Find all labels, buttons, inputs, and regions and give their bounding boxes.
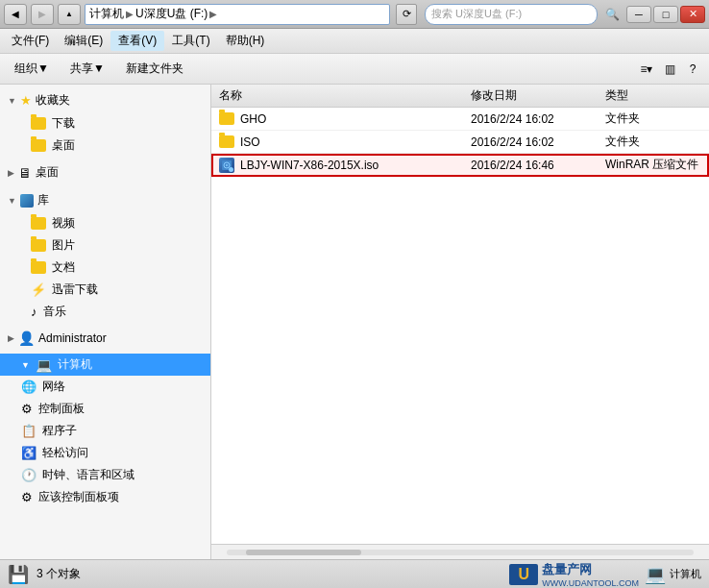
address-path: 计算机 ▶ U深度U盘 (F:) ▶ [89,6,217,22]
folder-icon [31,239,46,252]
menu-file[interactable]: 文件(F) [4,31,57,51]
sidebar-admin-header[interactable]: ▶ 👤 Administrator [0,327,210,350]
search-bar[interactable]: 搜索 U深度U盘 (F:) [425,4,598,25]
sidebar-item-pictures[interactable]: 图片 [0,234,210,257]
easyaccess-icon: ♿ [21,446,37,460]
xunlei-icon: ⚡ [31,282,46,297]
horizontal-scrollbar[interactable] [211,544,709,559]
folder-icon [31,217,46,230]
sidebar-admin-label: Administrator [38,331,107,345]
sidebar-desktop-header[interactable]: ▶ 🖥 桌面 [0,160,210,184]
sidebar-item-computer[interactable]: ▼ 💻 计算机 [0,354,210,376]
address-bar[interactable]: 计算机 ▶ U深度U盘 (F:) ▶ [85,4,390,25]
sidebar-favorites-header[interactable]: ▼ ★ 收藏夹 [0,88,210,112]
favorites-arrow-icon: ▼ [8,96,16,106]
brand-logo: U 盘量产网 WWW.UDANTOOL.COM [509,561,639,588]
sidebar-item-network[interactable]: 🌐 网络 [0,376,210,398]
brand-u-letter: U [509,564,538,585]
file-type-gho: 文件夹 [605,110,701,127]
forward-button[interactable]: ▶ [31,4,54,25]
share-button[interactable]: 共享▼ [61,57,113,81]
sidebar-docs-label: 文档 [52,259,75,276]
help-icon-button[interactable]: ? [682,59,703,80]
library-arrow-icon: ▼ [8,196,16,206]
file-name-lbjy: LBJY-WIN7-X86-2015X.iso [219,158,471,173]
sidebar-network-label: 网络 [42,379,65,395]
computer-label: 计算机 [670,567,701,581]
usb-drive-icon: 💾 [8,564,29,585]
table-row[interactable]: GHO 2016/2/24 16:02 文件夹 [211,108,709,131]
sidebar-video-label: 视频 [52,215,75,232]
path-segment-computer[interactable]: 计算机 [89,6,124,22]
refresh-button[interactable]: ⟳ [396,4,417,25]
scroll-thumb[interactable] [246,550,361,555]
view-pane-button[interactable]: ▥ [659,59,680,80]
table-row[interactable]: ISO 2016/2/24 16:02 文件夹 [211,131,709,154]
column-header-name[interactable]: 名称 [219,87,471,104]
organize-button[interactable]: 组织▼ [6,57,58,81]
sidebar-item-docs[interactable]: 文档 [0,257,210,279]
sidebar-desktop-section: ▶ 🖥 桌面 [0,160,210,184]
sidebar-library-label: 库 [37,192,49,208]
sidebar-music-label: 音乐 [43,304,66,320]
sidebar-desktop-header-label: 桌面 [36,164,59,181]
up-button[interactable]: ▲ [58,4,81,25]
sidebar-other-label: 应该控制面板项 [38,489,119,505]
favorites-star-icon: ★ [20,93,32,108]
minimize-button[interactable]: ─ [626,6,651,23]
sidebar: ▼ ★ 收藏夹 下载 桌面 ▶ 🖥 桌面 ▼ [0,85,211,559]
maximize-button[interactable]: □ [653,6,678,23]
folder-icon [31,139,46,152]
admin-icon: 👤 [18,331,35,346]
sidebar-item-download[interactable]: 下载 [0,112,210,135]
sidebar-item-other[interactable]: ⚙ 应该控制面板项 [0,486,210,508]
iso-file-icon [219,158,234,173]
sidebar-favorites-label: 收藏夹 [36,92,70,109]
path-segment-drive[interactable]: U深度U盘 (F:) [135,6,208,22]
sidebar-item-programs[interactable]: 📋 程序子 [0,420,210,442]
sidebar-item-easyaccess[interactable]: ♿ 轻松访问 [0,442,210,464]
scroll-track [227,550,694,555]
search-icon[interactable]: 🔍 [601,4,623,25]
sidebar-download-label: 下载 [52,115,75,132]
new-folder-button[interactable]: 新建文件夹 [117,57,192,81]
menu-tools[interactable]: 工具(T) [164,31,217,51]
sidebar-library-header[interactable]: ▼ 库 [0,188,210,212]
file-type-iso-folder: 文件夹 [605,134,701,150]
sidebar-programs-label: 程序子 [42,423,77,439]
music-icon: ♪ [31,305,37,319]
window-controls: ─ □ ✕ [626,6,705,23]
sidebar-admin-section: ▶ 👤 Administrator [0,327,210,350]
sidebar-item-clock[interactable]: 🕐 时钟、语言和区域 [0,464,210,486]
sidebar-library-section: ▼ 库 视频 图片 文档 ⚡ 迅雷下载 ♪ 音乐 [0,188,210,323]
sidebar-item-desktop[interactable]: 桌面 [0,135,210,157]
admin-arrow-icon: ▶ [8,333,14,343]
sidebar-item-video[interactable]: 视频 [0,212,210,234]
table-row[interactable]: LBJY-WIN7-X86-2015X.iso 2016/2/24 16:46 … [211,154,709,177]
sidebar-controlpanel-label: 控制面板 [38,401,85,417]
sidebar-item-music[interactable]: ♪ 音乐 [0,301,210,323]
view-list-button[interactable]: ≡▾ [636,59,657,80]
close-button[interactable]: ✕ [680,6,705,23]
computer-pc-icon: 💻 [36,357,52,373]
file-name-iso-folder: ISO [219,135,471,149]
brand-url: WWW.UDANTOOL.COM [542,578,639,588]
column-header-date[interactable]: 修改日期 [471,87,605,104]
view-icons: ≡▾ ▥ ? [636,59,703,80]
folder-icon [31,261,46,274]
title-bar: ◀ ▶ ▲ 计算机 ▶ U深度U盘 (F:) ▶ ⟳ 搜索 U深度U盘 (F:)… [0,0,709,29]
sidebar-desktop-label: 桌面 [52,137,75,154]
toolbar: 组织▼ 共享▼ 新建文件夹 ≡▾ ▥ ? [0,54,709,85]
back-button[interactable]: ◀ [4,4,27,25]
main-area: ▼ ★ 收藏夹 下载 桌面 ▶ 🖥 桌面 ▼ [0,85,709,559]
sidebar-item-controlpanel[interactable]: ⚙ 控制面板 [0,398,210,420]
sidebar-favorites-section: ▼ ★ 收藏夹 下载 桌面 [0,88,210,157]
network-icon: 🌐 [21,380,37,394]
menu-edit[interactable]: 编辑(E) [57,31,110,51]
column-header-type[interactable]: 类型 [605,87,701,104]
menu-help[interactable]: 帮助(H) [218,31,273,51]
file-type-lbjy: WinRAR 压缩文件 [605,157,701,173]
svg-point-2 [226,164,228,166]
sidebar-item-xunlei[interactable]: ⚡ 迅雷下载 [0,279,210,301]
menu-view[interactable]: 查看(V) [110,31,164,51]
